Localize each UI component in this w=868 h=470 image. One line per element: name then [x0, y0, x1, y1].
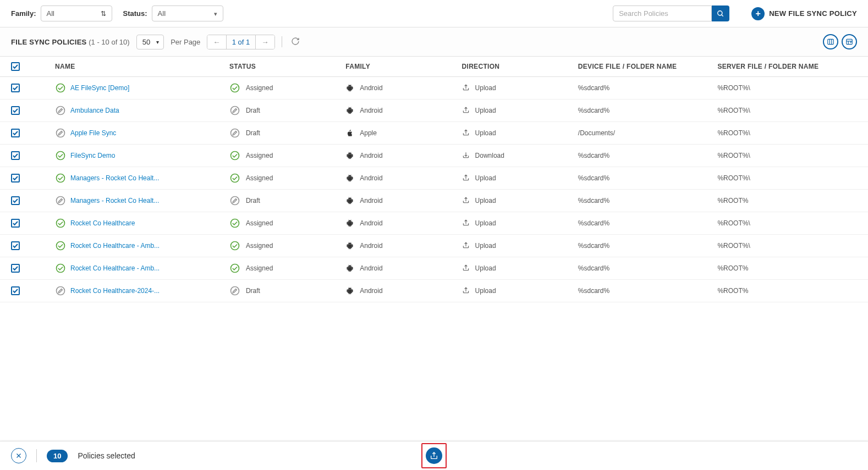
row-checkbox[interactable] — [11, 151, 20, 160]
table-row: Rocket Co Healthcare - Amb...AssignedAnd… — [0, 257, 868, 280]
export-icon — [845, 38, 853, 46]
row-checkbox[interactable] — [11, 174, 20, 183]
row-checkbox[interactable] — [11, 196, 20, 205]
svg-point-12 — [230, 107, 239, 115]
pager: ← 1 of 1 → — [207, 35, 274, 49]
svg-point-11 — [57, 107, 65, 115]
svg-point-14 — [57, 129, 65, 137]
columns-button[interactable] — [823, 34, 838, 49]
upload-icon — [462, 174, 470, 183]
per-page-select[interactable]: 50 ▾ — [136, 35, 164, 49]
policy-name-link[interactable]: AE FileSync [Demo] — [70, 84, 129, 92]
col-family[interactable]: FAMILY — [345, 63, 462, 70]
svg-point-0 — [718, 10, 722, 15]
svg-point-8 — [57, 84, 65, 92]
upload-icon — [462, 196, 470, 206]
table-row: Rocket Co Healthcare - Amb...AssignedAnd… — [0, 235, 868, 257]
col-server[interactable]: SERVER FILE / FOLDER NAME — [717, 63, 857, 70]
col-direction[interactable]: DIRECTION — [462, 63, 578, 70]
family-filter-label: Family: — [11, 9, 36, 18]
device-path: %sdcard% — [578, 287, 718, 295]
columns-icon — [827, 38, 834, 46]
search-group — [613, 5, 729, 21]
server-path: %ROOT%\ — [717, 129, 857, 137]
policy-name-link[interactable]: Ambulance Data — [70, 107, 119, 114]
family-text: Android — [360, 197, 382, 204]
draft-icon — [55, 195, 66, 206]
download-icon — [462, 151, 470, 161]
svg-line-1 — [722, 14, 723, 16]
row-checkbox[interactable] — [11, 106, 20, 115]
svg-point-36 — [230, 287, 239, 295]
upload-icon — [462, 106, 470, 115]
new-policy-button[interactable]: + NEW FILE SYNC POLICY — [751, 7, 857, 20]
row-checkbox[interactable] — [11, 84, 20, 92]
policy-name-link[interactable]: Rocket Co Healthcare - Amb... — [70, 264, 160, 272]
row-checkbox[interactable] — [11, 286, 20, 295]
android-icon — [345, 264, 354, 273]
next-page-button[interactable]: → — [256, 35, 274, 49]
policy-name-link[interactable]: Rocket Co Healthcare — [70, 219, 135, 227]
export-toolbar-button[interactable] — [842, 34, 857, 49]
server-path: %ROOT%\ — [717, 107, 857, 114]
android-icon — [345, 219, 354, 228]
android-icon — [345, 241, 354, 250]
status-filter-select[interactable]: All ▾ — [152, 5, 223, 21]
row-checkbox[interactable] — [11, 264, 20, 273]
svg-point-32 — [57, 264, 65, 273]
svg-point-24 — [230, 197, 239, 205]
page-title: FILE SYNC POLICIES (1 - 10 of 10) — [11, 38, 130, 46]
policy-name-link[interactable]: Managers - Rocket Co Healt... — [70, 174, 159, 182]
server-path: %ROOT% — [717, 287, 857, 295]
policy-name-link[interactable]: Apple File Sync — [70, 129, 116, 137]
col-device[interactable]: DEVICE FILE / FOLDER NAME — [578, 63, 718, 70]
family-text: Android — [360, 264, 382, 272]
status-text: Assigned — [246, 264, 273, 272]
family-filter-select[interactable]: All ⇅ — [41, 5, 112, 21]
policy-name-link[interactable]: FileSync Demo — [70, 152, 115, 159]
refresh-button[interactable] — [289, 35, 302, 49]
status-text: Assigned — [246, 219, 273, 227]
policy-name-link[interactable]: Rocket Co Healthcare-2024-... — [70, 287, 160, 295]
row-checkbox[interactable] — [11, 129, 20, 137]
device-path: %sdcard% — [578, 174, 718, 182]
assigned-icon — [55, 218, 66, 229]
draft-icon — [55, 285, 66, 296]
assigned-icon — [55, 173, 66, 184]
draft-icon — [55, 105, 66, 116]
per-page-value: 50 — [142, 38, 150, 46]
select-all-checkbox[interactable] — [11, 62, 20, 71]
sort-icon: ⇅ — [101, 10, 106, 18]
family-text: Android — [360, 242, 382, 250]
apple-icon — [345, 129, 354, 137]
per-page-label: Per Page — [171, 38, 200, 46]
col-name[interactable]: NAME — [55, 63, 229, 70]
search-button[interactable] — [712, 5, 729, 21]
assigned-icon — [229, 173, 240, 184]
table-row: Rocket Co HealthcareAssignedAndroidUploa… — [0, 212, 868, 235]
policy-name-link[interactable]: Managers - Rocket Co Healt... — [70, 197, 159, 204]
assigned-icon — [55, 240, 66, 251]
chevron-down-icon: ▾ — [214, 10, 217, 17]
policy-name-link[interactable]: Rocket Co Healthcare - Amb... — [70, 242, 160, 250]
device-path: %sdcard% — [578, 242, 718, 250]
assigned-icon — [229, 263, 240, 274]
upload-icon — [462, 84, 470, 93]
draft-icon — [55, 128, 66, 139]
svg-point-21 — [230, 174, 239, 183]
chevron-down-icon: ▾ — [156, 39, 159, 45]
row-checkbox[interactable] — [11, 219, 20, 228]
android-icon — [345, 286, 354, 295]
family-text: Android — [360, 152, 382, 159]
svg-point-27 — [230, 219, 239, 228]
prev-page-button[interactable]: ← — [207, 35, 226, 49]
row-checkbox[interactable] — [11, 241, 20, 250]
toolbar: FILE SYNC POLICIES (1 - 10 of 10) 50 ▾ P… — [0, 27, 868, 57]
device-path: %sdcard% — [578, 84, 718, 92]
server-path: %ROOT% — [717, 197, 857, 204]
search-input[interactable] — [613, 5, 712, 21]
status-text: Assigned — [246, 174, 273, 182]
device-path: %sdcard% — [578, 107, 718, 114]
new-policy-label: NEW FILE SYNC POLICY — [769, 9, 857, 18]
col-status[interactable]: STATUS — [229, 63, 345, 70]
